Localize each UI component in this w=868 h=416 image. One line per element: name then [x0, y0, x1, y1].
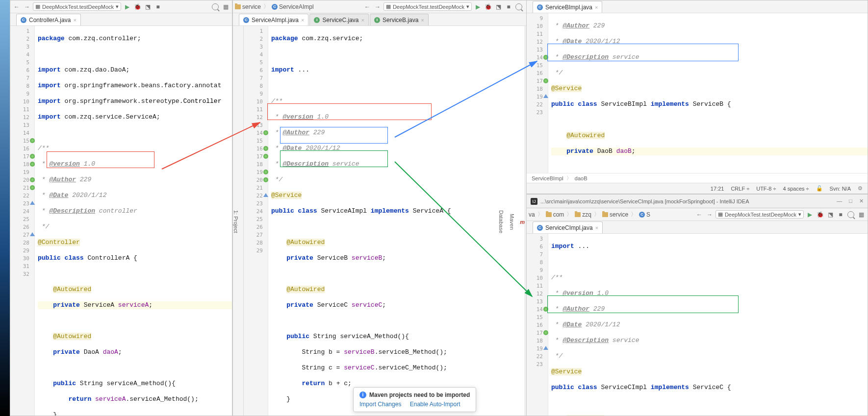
nav-class[interactable]: CS [639, 211, 650, 218]
encoding[interactable]: UTF-8 ÷ [756, 186, 776, 192]
gutter: 1234567891011121314151617181920212223242… [244, 26, 268, 416]
toolbar: ← → ▦ DeepMockTest.testDeepMock ▾ ▶ 🐞 ⬔ … [10, 0, 232, 13]
vcs-status[interactable]: Svn: N/A [830, 186, 851, 192]
cursor-pos: 17:21 [711, 186, 724, 192]
pane-serviceb: CServiceBImpl.java× 91011121314151617181… [526, 0, 868, 194]
window-titlebar: IJ ...\src\main\java\com\zzq\service\Ser… [527, 195, 868, 208]
coverage-icon[interactable]: ⬔ [494, 2, 503, 11]
code-area[interactable]: package com.zzq.controller; import com.z… [35, 26, 232, 416]
grid-icon[interactable]: ▦ [221, 2, 230, 11]
statusbar: 17:21 CRLF ÷ UTF-8 ÷ 4 spaces ÷ 🔓 Svn: N… [527, 183, 868, 194]
maximize-icon[interactable]: □ [849, 198, 852, 204]
pane-servicea: service〉 CServiceAImpl ← → ▦ DeepMockTes… [232, 0, 536, 416]
coverage-icon[interactable]: ⬔ [143, 2, 152, 11]
stop-icon[interactable]: ■ [153, 2, 162, 11]
debug-icon[interactable]: 🐞 [484, 2, 492, 11]
left-toolwindow-tabs[interactable]: 1: Project [233, 26, 244, 416]
run-config-select[interactable]: ▦ DeepMockTest.testDeepMock ▾ [715, 210, 804, 219]
window-title: ...\src\main\java\com\zzq\service\Servic… [540, 198, 749, 204]
editor[interactable]: 1234567891011121314151617181920212223242… [10, 26, 232, 416]
nav-com[interactable]: com [546, 211, 564, 218]
tabbar: CServiceCImpl.java× [527, 221, 868, 234]
editor[interactable]: 36789101112131415161718192223 import ...… [527, 234, 868, 416]
coverage-icon[interactable]: ⬔ [826, 210, 835, 219]
pane-controller: ← → ▦ DeepMockTest.testDeepMock ▾ ▶ 🐞 ⬔ … [10, 0, 232, 416]
close-icon[interactable]: × [301, 17, 304, 23]
back-icon[interactable]: ← [363, 2, 372, 11]
editor[interactable]: 9101112131415161718192223 * @Author 229 … [527, 13, 868, 173]
nav-service[interactable]: service [602, 211, 628, 218]
run-config-select[interactable]: ▦ DeepMockTest.testDeepMock ▾ [33, 2, 121, 11]
fwd-icon[interactable]: → [23, 2, 31, 11]
popup-title: Maven projects need to be imported [369, 392, 470, 398]
search-icon[interactable] [514, 2, 523, 11]
import-changes-link[interactable]: Import Changes [359, 401, 401, 408]
tabbar: CServiceAImpl.java× IServiceC.java× ISer… [233, 13, 536, 26]
intellij-icon: IJ [531, 198, 537, 205]
tab-servicecimpl[interactable]: CServiceCImpl.java× [533, 221, 603, 233]
tab-serviceaimpl[interactable]: CServiceAImpl.java× [239, 14, 308, 25]
editor[interactable]: 1: Project 12345678910111213141516171819… [233, 26, 536, 416]
fwd-icon[interactable]: → [705, 210, 714, 219]
search-icon[interactable] [211, 2, 220, 11]
debug-icon[interactable]: 🐞 [816, 210, 824, 219]
run-icon[interactable]: ▶ [123, 2, 131, 11]
close-icon[interactable]: × [595, 4, 598, 10]
minimize-icon[interactable]: — [837, 198, 842, 204]
fwd-icon[interactable]: → [373, 2, 382, 11]
info-icon: i [359, 392, 366, 398]
enable-auto-import-link[interactable]: Enable Auto-Import [410, 401, 460, 408]
close-icon[interactable]: × [73, 17, 76, 23]
tabbar: CControllerA.java× [10, 13, 232, 26]
tab-servicec[interactable]: IServiceC.java× [309, 14, 368, 25]
back-icon[interactable]: ← [12, 2, 21, 11]
run-icon[interactable]: ▶ [805, 210, 814, 219]
nav-va[interactable]: va [529, 211, 535, 218]
maven-import-popup: iMaven projects need to be imported Impo… [353, 387, 476, 412]
tabbar: CServiceBImpl.java× [527, 0, 868, 13]
nav-service[interactable]: service [235, 3, 261, 10]
search-icon[interactable] [846, 210, 855, 219]
indent[interactable]: 4 spaces ÷ [783, 186, 809, 192]
stop-icon[interactable]: ■ [504, 2, 513, 11]
debug-icon[interactable]: 🐞 [133, 2, 142, 11]
close-icon[interactable]: × [595, 225, 598, 231]
line-sep[interactable]: CRLF ÷ [731, 186, 749, 192]
close-icon[interactable]: × [361, 17, 364, 23]
tab-servicebimpl[interactable]: CServiceBImpl.java× [533, 1, 602, 13]
gear-icon[interactable]: ⚙ [858, 185, 863, 192]
nav-zzq[interactable]: zzq [575, 211, 591, 218]
stop-icon[interactable]: ■ [836, 210, 845, 219]
pane-servicec: IJ ...\src\main\java\com\zzq\service\Ser… [526, 194, 868, 416]
grid-icon[interactable]: ▦ [857, 210, 866, 219]
code-area[interactable]: * @Author 229 * @Date 2020/1/12 * @Descr… [548, 13, 868, 173]
code-area[interactable]: package com.zzq.service; import ... /** … [268, 26, 525, 416]
tab-project[interactable]: 1: Project [233, 210, 239, 233]
toolbar: va〉 com〉 zzq〉 service〉 CS ← → ▦ DeepMock… [527, 208, 868, 221]
toolbar: service〉 CServiceAImpl ← → ▦ DeepMockTes… [233, 0, 536, 13]
code-area[interactable]: import ... /** * @version 1.0 * @Author … [548, 234, 868, 416]
run-icon[interactable]: ▶ [473, 2, 482, 11]
gutter: 9101112131415161718192223 [527, 13, 548, 173]
close-icon[interactable]: ✕ [859, 198, 864, 204]
tab-controllera[interactable]: CControllerA.java× [16, 14, 81, 25]
tab-serviceb[interactable]: IServiceB.java× [370, 14, 429, 25]
nav-serviceaimpl[interactable]: CServiceAImpl [272, 3, 314, 10]
gutter: 1234567891011121314151617181920212223242… [10, 26, 35, 416]
run-config-select[interactable]: ▦ DeepMockTest.testDeepMock ▾ [383, 2, 472, 11]
breadcrumbs[interactable]: ServiceBImpl〉daoB [527, 173, 868, 183]
close-icon[interactable]: × [421, 17, 424, 23]
gutter: 36789101112131415161718192223 [527, 234, 548, 416]
lock-icon[interactable]: 🔓 [816, 185, 823, 192]
back-icon[interactable]: ← [695, 210, 704, 219]
